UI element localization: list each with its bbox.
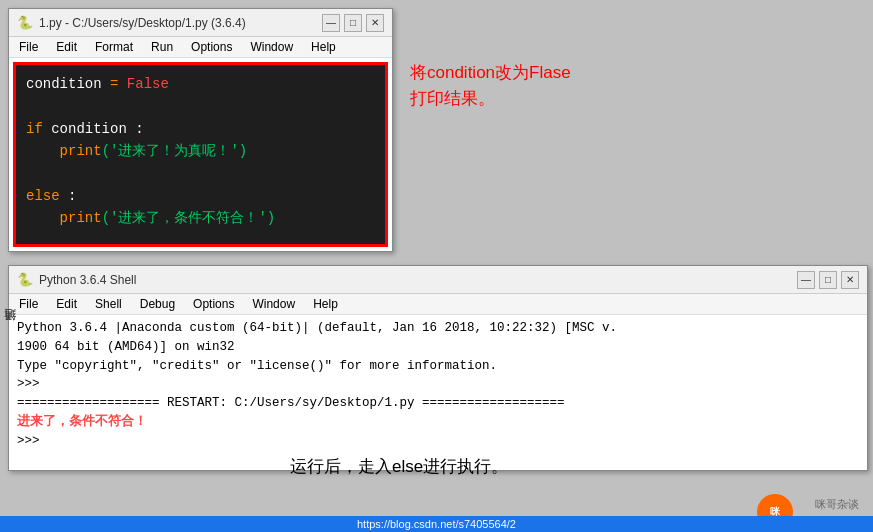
annotation-bottom: 运行后，走入else进行执行。 [290,455,508,478]
menu-format[interactable]: Format [91,39,137,55]
menu-run[interactable]: Run [147,39,177,55]
shell-menubar: File Edit Shell Debug Options Window Hel… [9,294,867,315]
menu-options[interactable]: Options [187,39,236,55]
copyright-keyword: "copyright" [55,359,138,373]
editor-window: 🐍 1.py - C:/Users/sy/Desktop/1.py (3.6.4… [8,8,393,252]
code-line-3: if condition : [26,118,375,140]
shell-minimize-button[interactable]: — [797,271,815,289]
menu-help[interactable]: Help [307,39,340,55]
code-line-4: print('进来了！为真呢！') [26,140,375,162]
shell-output-line2: 1900 64 bit (AMD64)] on win32 [17,338,859,357]
shell-result: 进来了，条件不符合！ [17,413,859,432]
license-keyword: "license()" [250,359,333,373]
shell-controls: — □ ✕ [797,271,859,289]
code-line-7: print('进来了，条件不符合！') [26,207,375,229]
close-button[interactable]: ✕ [366,14,384,32]
editor-controls: — □ ✕ [322,14,384,32]
shell-prompt-1: >>> [17,375,859,394]
shell-output-line3: Type "copyright", "credits" or "license(… [17,357,859,376]
shell-menu-edit[interactable]: Edit [52,296,81,312]
shell-menu-debug[interactable]: Debug [136,296,179,312]
shell-menu-help[interactable]: Help [309,296,342,312]
shell-titlebar: 🐍 Python 3.6.4 Shell — □ ✕ [9,266,867,294]
shell-maximize-button[interactable]: □ [819,271,837,289]
code-line-1: condition = False [26,73,375,95]
annotation-top-line1: 将condition改为Flase [410,60,571,86]
url-bar: https://blog.csdn.net/s7405564/2 [0,516,873,532]
code-editor[interactable]: condition = False if condition : print('… [13,62,388,247]
watermark-text: 咪哥杂谈 [815,497,859,512]
minimize-button[interactable]: — [322,14,340,32]
credits-keyword: "credits" [152,359,220,373]
shell-window: 🐍 Python 3.6.4 Shell — □ ✕ File Edit She… [8,265,868,471]
annotation-top-line2: 打印结果。 [410,86,571,112]
annotation-top: 将condition改为Flase 打印结果。 [410,60,571,111]
shell-restart-line: =================== RESTART: C:/Users/sy… [17,394,859,413]
editor-titlebar: 🐍 1.py - C:/Users/sy/Desktop/1.py (3.6.4… [9,9,392,37]
maximize-button[interactable]: □ [344,14,362,32]
shell-prompt-2: >>> [17,432,859,451]
code-line-6: else : [26,185,375,207]
shell-close-button[interactable]: ✕ [841,271,859,289]
shell-title: Python 3.6.4 Shell [39,273,136,287]
menu-edit[interactable]: Edit [52,39,81,55]
shell-titlebar-left: 🐍 Python 3.6.4 Shell [17,272,136,288]
menu-window[interactable]: Window [246,39,297,55]
shell-output-line1: Python 3.6.4 |Anaconda custom (64-bit)| … [17,319,859,338]
shell-menu-window[interactable]: Window [248,296,299,312]
shell-menu-options[interactable]: Options [189,296,238,312]
editor-menubar: File Edit Format Run Options Window Help [9,37,392,58]
python-icon: 🐍 [17,15,33,31]
code-line-2 [26,95,375,117]
code-line-5 [26,163,375,185]
shell-menu-shell[interactable]: Shell [91,296,126,312]
shell-menu-file[interactable]: File [15,296,42,312]
shell-output[interactable]: Python 3.6.4 |Anaconda custom (64-bit)| … [9,315,867,470]
shell-python-icon: 🐍 [17,272,33,288]
menu-file[interactable]: File [15,39,42,55]
editor-title: 1.py - C:/Users/sy/Desktop/1.py (3.6.4) [39,16,246,30]
titlebar-left: 🐍 1.py - C:/Users/sy/Desktop/1.py (3.6.4… [17,15,246,31]
